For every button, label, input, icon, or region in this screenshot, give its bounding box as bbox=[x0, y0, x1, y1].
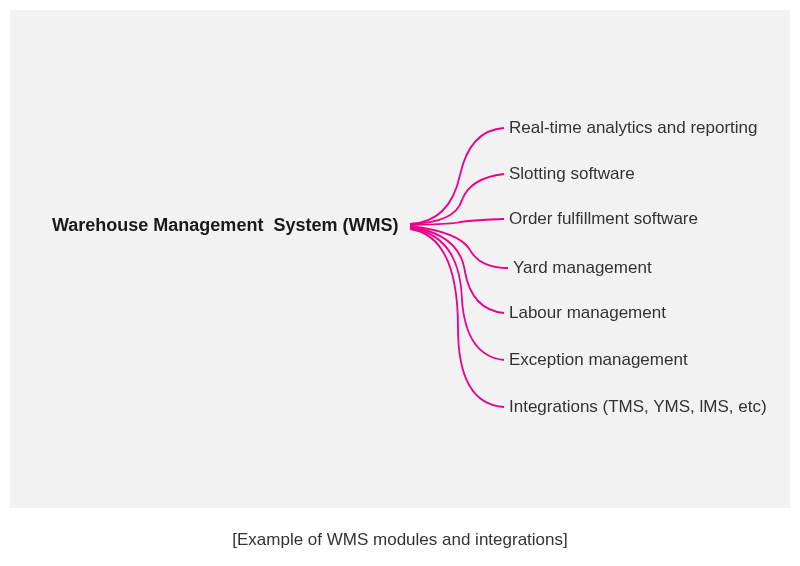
root-node-label: Warehouse Management System (WMS) bbox=[52, 215, 398, 236]
connector-lines bbox=[10, 10, 790, 508]
module-label: Real-time analytics and reporting bbox=[509, 118, 758, 138]
module-label: Slotting software bbox=[509, 164, 635, 184]
module-label: Order fulfillment software bbox=[509, 209, 698, 229]
diagram-panel: Warehouse Management System (WMS) Real-t… bbox=[10, 10, 790, 508]
module-label: Labour management bbox=[509, 303, 666, 323]
module-label: Exception management bbox=[509, 350, 688, 370]
module-label: Yard management bbox=[513, 258, 652, 278]
module-label: Integrations (TMS, YMS, lMS, etc) bbox=[509, 397, 767, 417]
diagram-caption: [Example of WMS modules and integrations… bbox=[0, 530, 800, 550]
